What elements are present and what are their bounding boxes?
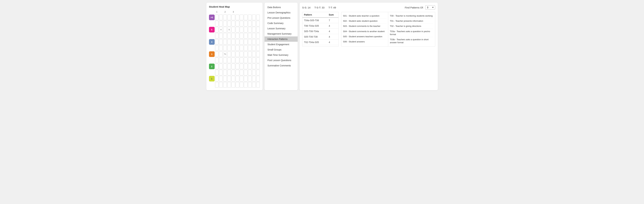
heatmap-cell[interactable] <box>232 21 235 26</box>
heatmap-cell[interactable] <box>256 51 260 57</box>
heatmap-cell[interactable] <box>244 58 248 63</box>
heatmap-cell[interactable] <box>240 76 244 81</box>
heatmap-cell[interactable] <box>232 45 235 51</box>
heatmap-cell[interactable] <box>219 21 223 26</box>
heatmap-cell[interactable] <box>244 33 248 39</box>
heatmap-cell[interactable] <box>223 82 227 88</box>
nav-item-post-lesson-questions[interactable]: Post Lesson Questions <box>264 58 298 63</box>
heatmap-cell[interactable] <box>240 27 244 33</box>
heatmap-cell[interactable] <box>240 15 244 20</box>
heatmap-cell[interactable] <box>248 70 252 75</box>
heatmap-cell[interactable] <box>232 33 235 39</box>
heatmap-cell[interactable] <box>240 70 244 75</box>
heatmap-cell[interactable] <box>223 27 227 33</box>
heatmap-cell[interactable] <box>248 21 252 26</box>
heatmap-cell[interactable] <box>215 64 219 69</box>
heatmap-cell[interactable]: 4 <box>219 27 223 33</box>
table-row[interactable]: T02-T04a-S054 <box>302 40 338 45</box>
nav-item-wait-time-summary[interactable]: Wait-Time Summary <box>264 52 298 58</box>
heatmap-cell[interactable] <box>215 15 219 20</box>
heatmap-cell[interactable] <box>236 45 239 51</box>
heatmap-cell[interactable] <box>248 45 252 51</box>
heatmap-cell[interactable] <box>227 64 231 69</box>
heatmap-cell[interactable] <box>248 15 252 20</box>
heatmap-cell[interactable] <box>244 45 248 51</box>
heatmap-cell[interactable] <box>236 51 239 57</box>
heatmap-cell[interactable] <box>219 70 223 75</box>
heatmap-cell[interactable] <box>240 33 244 39</box>
heatmap-cell[interactable] <box>236 15 239 20</box>
heatmap-cell[interactable] <box>252 51 256 57</box>
heatmap-cell[interactable] <box>256 39 260 45</box>
heatmap-cell[interactable] <box>232 39 235 45</box>
table-row[interactable]: T04a-S05-T067 <box>302 18 338 23</box>
heatmap-cell[interactable] <box>244 15 248 20</box>
heatmap-cell[interactable] <box>240 64 244 69</box>
heatmap-cell[interactable] <box>244 70 248 75</box>
heatmap-cell[interactable] <box>219 64 223 69</box>
heatmap-cell[interactable] <box>256 27 260 33</box>
heatmap-cell[interactable] <box>252 82 256 88</box>
heatmap-cell[interactable] <box>236 21 239 26</box>
heatmap-cell[interactable] <box>215 39 219 45</box>
heatmap-cell[interactable] <box>227 82 231 88</box>
nav-item-small-groups[interactable]: Small Groups <box>264 47 298 52</box>
heatmap-cell[interactable] <box>219 76 223 81</box>
heatmap-cell[interactable] <box>248 82 252 88</box>
heatmap-cell[interactable] <box>252 39 256 45</box>
nav-item-management-summary[interactable]: Management Summary <box>264 31 298 37</box>
codes-col1[interactable]: S01 - Student asks teacher a questionS02… <box>341 12 388 47</box>
heatmap-cell[interactable] <box>219 33 223 39</box>
heatmap-cell[interactable] <box>227 45 231 51</box>
heatmap-cell[interactable] <box>223 70 227 75</box>
heatmap-cell[interactable] <box>240 51 244 57</box>
heatmap-cell[interactable] <box>223 21 227 26</box>
heatmap-cell[interactable] <box>215 45 219 51</box>
nav-item-pre-lesson-questions[interactable]: Pre-Lesson Questions <box>264 15 298 21</box>
heatmap-cell[interactable] <box>256 76 260 81</box>
heatmap-cell[interactable] <box>215 33 219 39</box>
heatmap-cell[interactable] <box>244 82 248 88</box>
heatmap-cell[interactable] <box>248 51 252 57</box>
heatmap-cell[interactable] <box>215 70 219 75</box>
heatmap-cell[interactable] <box>248 33 252 39</box>
heatmap-cell[interactable] <box>252 64 256 69</box>
heatmap-cell[interactable] <box>227 51 231 57</box>
heatmap-cell[interactable] <box>232 58 235 63</box>
heatmap-cell[interactable]: 5 <box>227 27 231 33</box>
heatmap-cell[interactable] <box>215 27 219 33</box>
heatmap-cell[interactable] <box>252 27 256 33</box>
heatmap-cell[interactable] <box>240 21 244 26</box>
heatmap-cell[interactable] <box>227 15 231 20</box>
nav-item-interaction-patterns[interactable]: Interaction Patterns <box>264 37 298 42</box>
heatmap-cell[interactable] <box>244 64 248 69</box>
heatmap-cell[interactable] <box>236 82 239 88</box>
heatmap-cell[interactable] <box>232 27 235 33</box>
heatmap-cell[interactable] <box>256 15 260 20</box>
heatmap-cell[interactable] <box>219 15 223 20</box>
heatmap-cell[interactable] <box>236 76 239 81</box>
heatmap-cell[interactable] <box>248 76 252 81</box>
nav-item-lesson-demographics[interactable]: Lesson Demographics <box>264 10 298 15</box>
heatmap-cell[interactable] <box>219 82 223 88</box>
heatmap-cell[interactable] <box>256 70 260 75</box>
heatmap-cell[interactable] <box>252 21 256 26</box>
heatmap-cell[interactable] <box>256 58 260 63</box>
heatmap-cell[interactable] <box>248 58 252 63</box>
heatmap-cell[interactable] <box>215 21 219 26</box>
heatmap-cell[interactable] <box>223 64 227 69</box>
heatmap-cell[interactable] <box>240 58 244 63</box>
heatmap-cell[interactable] <box>227 21 231 26</box>
heatmap-cell[interactable] <box>240 82 244 88</box>
heatmap-cell[interactable] <box>232 15 235 20</box>
pattern-table-wrap[interactable]: PatternSum T04a-S05-T067T06-T04a-S054S05… <box>302 12 338 47</box>
heatmap-cell[interactable] <box>248 27 252 33</box>
heatmap-cell[interactable] <box>256 82 260 88</box>
heatmap-cell[interactable] <box>252 45 256 51</box>
heatmap-cell[interactable] <box>215 58 219 63</box>
heatmap-cell[interactable] <box>215 51 219 57</box>
codes-col2[interactable]: T00 - Teacher is monitoring students wor… <box>388 12 435 47</box>
heatmap-cell[interactable] <box>219 39 223 45</box>
heatmap-cell[interactable] <box>223 58 227 63</box>
nav-item-code-summary[interactable]: Code Summary <box>264 21 298 26</box>
